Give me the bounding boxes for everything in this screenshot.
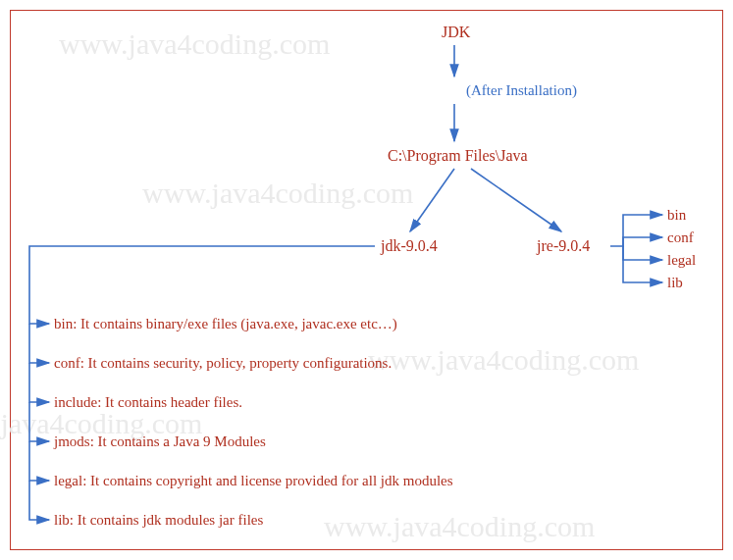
jre-child-lib: lib — [667, 275, 683, 291]
node-path: C:\Program Files\Java — [388, 147, 528, 165]
jre-child-bin: bin — [667, 207, 686, 224]
jdk-child-lib: lib: It contains jdk modules jar files — [54, 512, 263, 529]
label-after-installation: (After Installation) — [466, 82, 577, 99]
jre-child-conf: conf — [667, 229, 694, 246]
diagram-frame — [10, 10, 723, 550]
node-jre-dir: jre-9.0.4 — [537, 237, 590, 255]
jdk-child-bin: bin: It contains binary/exe files (java.… — [54, 316, 397, 332]
jre-child-legal: legal — [667, 252, 696, 269]
node-jdk: JDK — [442, 24, 470, 41]
jdk-child-conf: conf: It contains security, policy, prop… — [54, 355, 392, 372]
jdk-child-jmods: jmods: It contains a Java 9 Modules — [54, 433, 266, 450]
jdk-child-legal: legal: It contains copyright and license… — [54, 473, 453, 489]
jdk-child-include: include: It contains header files. — [54, 394, 242, 411]
node-jdk-dir: jdk-9.0.4 — [381, 237, 438, 255]
